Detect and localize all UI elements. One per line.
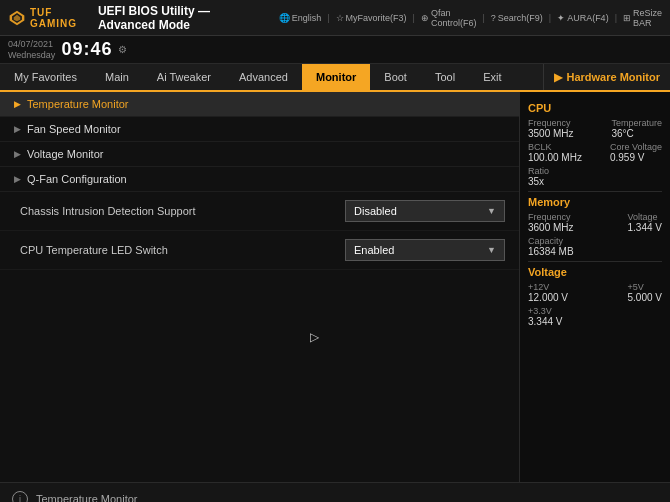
voltage-33v-row: +3.3V 3.344 V [528, 306, 662, 327]
shortcut-qfan[interactable]: ⊕ Qfan Control(F6) [421, 8, 477, 28]
cpu-core-voltage-col: Core Voltage 0.959 V [610, 142, 662, 163]
right-panel: CPU Frequency 3500 MHz Temperature 36°C … [520, 92, 670, 482]
nav-main[interactable]: Main [91, 64, 143, 90]
nav-monitor[interactable]: Monitor [302, 64, 370, 90]
section-fan-speed-monitor[interactable]: ▶ Fan Speed Monitor [0, 117, 519, 142]
chassis-intrusion-label: Chassis Intrusion Detection Support [20, 205, 345, 217]
nav-my-favorites[interactable]: My Favorites [0, 64, 91, 90]
chassis-intrusion-value: Disabled [354, 205, 397, 217]
date-display: 04/07/2021 Wednesday [8, 39, 55, 61]
voltage-12v-5v-row: +12V 12.000 V +5V 5.000 V [528, 282, 662, 303]
shortcut-english[interactable]: 🌐 English [279, 13, 322, 23]
logo-text: TUF GAMING [30, 7, 90, 29]
voltage-12v-col: +12V 12.000 V [528, 282, 568, 303]
expand-arrow-fan: ▶ [14, 124, 21, 134]
settings-icon[interactable]: ⚙ [118, 44, 127, 55]
memory-capacity-col: Capacity 16384 MB [528, 236, 574, 257]
cpu-temperature-col: Temperature 36°C [611, 118, 662, 139]
main-content: ▶ Temperature Monitor ▶ Fan Speed Monito… [0, 92, 670, 482]
shortcut-myfav[interactable]: ☆ MyFavorite(F3) [336, 13, 407, 23]
cpu-section-title: CPU [528, 102, 662, 114]
cpu-bclk-voltage-row: BCLK 100.00 MHz Core Voltage 0.959 V [528, 142, 662, 163]
voltage-33v-col: +3.3V 3.344 V [528, 306, 562, 327]
expand-arrow-qfan: ▶ [14, 174, 21, 184]
memory-voltage-col: Voltage 1.344 V [628, 212, 662, 233]
memory-capacity-row: Capacity 16384 MB [528, 236, 662, 257]
bottom-info-bar: i Temperature Monitor [0, 482, 670, 502]
cpu-temp-led-value: Enabled [354, 244, 394, 256]
hardware-monitor-label: ▶ Hardware Monitor [543, 64, 670, 90]
left-panel: ▶ Temperature Monitor ▶ Fan Speed Monito… [0, 92, 520, 482]
section-voltage-monitor[interactable]: ▶ Voltage Monitor [0, 142, 519, 167]
section-temperature-monitor[interactable]: ▶ Temperature Monitor [0, 92, 519, 117]
voltage-section-title: Voltage [528, 266, 662, 278]
cpu-ratio-row: Ratio 35x [528, 166, 662, 187]
content-area: ▷ [0, 270, 519, 430]
info-icon: i [12, 491, 28, 503]
cpu-ratio-col: Ratio 35x [528, 166, 549, 187]
cpu-freq-temp-row: Frequency 3500 MHz Temperature 36°C [528, 118, 662, 139]
dropdown-arrow-2: ▼ [487, 245, 496, 255]
datetime-bar: 04/07/2021 Wednesday 09:46 ⚙ [0, 36, 670, 64]
logo: TUF GAMING [8, 7, 90, 29]
memory-frequency-col: Frequency 3600 MHz [528, 212, 574, 233]
divider-1 [528, 191, 662, 192]
time-display: 09:46 [61, 39, 112, 60]
expand-arrow-voltage: ▶ [14, 149, 21, 159]
cpu-temp-led-dropdown[interactable]: Enabled ▼ [345, 239, 505, 261]
cpu-frequency-col: Frequency 3500 MHz [528, 118, 574, 139]
shortcut-resize[interactable]: ⊞ ReSize BAR [623, 8, 662, 28]
shortcut-bar: 🌐 English | ☆ MyFavorite(F3) | ⊕ Qfan Co… [279, 8, 662, 28]
cpu-bclk-col: BCLK 100.00 MHz [528, 142, 582, 163]
memory-section-title: Memory [528, 196, 662, 208]
nav-ai-tweaker[interactable]: Ai Tweaker [143, 64, 225, 90]
top-bar: TUF GAMING UEFI BIOS Utility — Advanced … [0, 0, 670, 36]
shortcut-aura[interactable]: ✦ AURA(F4) [557, 13, 609, 23]
nav-bar: My Favorites Main Ai Tweaker Advanced Mo… [0, 64, 670, 92]
divider-2 [528, 261, 662, 262]
shortcut-search[interactable]: ? Search(F9) [491, 13, 543, 23]
nav-advanced[interactable]: Advanced [225, 64, 302, 90]
setting-chassis-intrusion: Chassis Intrusion Detection Support Disa… [0, 192, 519, 231]
chassis-intrusion-dropdown[interactable]: Disabled ▼ [345, 200, 505, 222]
memory-freq-voltage-row: Frequency 3600 MHz Voltage 1.344 V [528, 212, 662, 233]
cursor-indicator: ▷ [310, 330, 319, 344]
expand-arrow: ▶ [14, 99, 21, 109]
cpu-temp-led-label: CPU Temperature LED Switch [20, 244, 345, 256]
nav-boot[interactable]: Boot [370, 64, 421, 90]
info-description: Temperature Monitor [36, 493, 138, 503]
bios-title: UEFI BIOS Utility — Advanced Mode [98, 4, 269, 32]
voltage-5v-col: +5V 5.000 V [628, 282, 662, 303]
dropdown-arrow: ▼ [487, 206, 496, 216]
setting-cpu-temp-led: CPU Temperature LED Switch Enabled ▼ [0, 231, 519, 270]
nav-tool[interactable]: Tool [421, 64, 469, 90]
section-qfan-config[interactable]: ▶ Q-Fan Configuration [0, 167, 519, 192]
nav-exit[interactable]: Exit [469, 64, 515, 90]
